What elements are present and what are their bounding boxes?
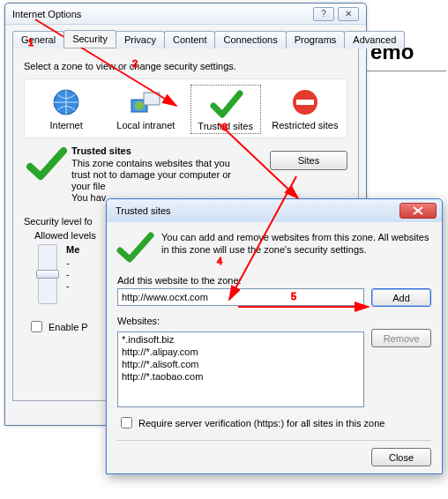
- require-https-checkbox[interactable]: [121, 417, 132, 428]
- trusted-check-icon: [117, 231, 153, 264]
- list-item[interactable]: http://*.taobao.com: [120, 370, 362, 383]
- trusted-desc: your file: [71, 181, 270, 192]
- trusted-sites-desc: You can add and remove websites from thi…: [161, 231, 431, 256]
- zone-label: Restricted sites: [270, 120, 340, 130]
- zone-label: Trusted sites: [191, 121, 260, 131]
- globe-icon: [49, 86, 84, 118]
- zone-intro-text: Select a zone to view or change security…: [24, 61, 347, 71]
- trusted-desc: This zone contains websites that you: [71, 158, 270, 169]
- internet-options-title: Internet Options: [12, 4, 81, 24]
- slider-thumb[interactable]: [36, 270, 59, 279]
- tab-general[interactable]: General: [12, 31, 64, 48]
- zone-local-intranet[interactable]: Local intranet: [110, 85, 181, 134]
- trusted-check-icon: [208, 87, 243, 119]
- add-button[interactable]: Add: [371, 288, 431, 307]
- svg-point-3: [135, 101, 144, 110]
- add-website-input[interactable]: [117, 288, 364, 306]
- security-slider[interactable]: [38, 244, 57, 304]
- tab-content[interactable]: Content: [164, 31, 216, 48]
- close-dialog-button[interactable]: Close: [371, 448, 431, 466]
- list-item[interactable]: http://*.alipay.com: [120, 346, 362, 358]
- websites-listbox[interactable]: *.indisoft.biz http://*.alipay.com http:…: [117, 331, 364, 407]
- level-bullet: -: [66, 257, 79, 269]
- websites-label: Websites:: [117, 316, 431, 326]
- add-website-label: Add this website to the zone:: [117, 275, 431, 286]
- trusted-desc: trust not to damage your computer or: [71, 169, 270, 181]
- enable-protected-checkbox[interactable]: [31, 321, 42, 332]
- tab-privacy[interactable]: Privacy: [116, 31, 165, 48]
- level-bullet: -: [66, 280, 79, 292]
- tab-security[interactable]: Security: [63, 30, 116, 48]
- svg-rect-5: [296, 100, 314, 105]
- tab-connections[interactable]: Connections: [214, 31, 286, 48]
- trusted-large-check-icon: [26, 145, 66, 181]
- close-button[interactable]: ✕: [338, 7, 359, 21]
- level-name: Me: [66, 244, 79, 256]
- zones-box: Internet Local intranet Trusted sites: [24, 78, 347, 138]
- remove-button[interactable]: Remove: [371, 329, 431, 347]
- tabs: General Security Privacy Content Connect…: [12, 30, 359, 48]
- tab-programs[interactable]: Programs: [286, 31, 346, 48]
- list-item[interactable]: http://*.alisoft.com: [120, 358, 362, 370]
- tab-advanced[interactable]: Advanced: [344, 31, 405, 48]
- enable-protected-label: Enable P: [49, 322, 88, 332]
- trusted-sites-titlebar: Trusted sites: [107, 199, 442, 222]
- list-item[interactable]: *.indisoft.biz: [120, 333, 362, 346]
- internet-options-titlebar: Internet Options ? ✕: [5, 4, 366, 25]
- zone-internet[interactable]: Internet: [31, 85, 101, 134]
- zone-restricted-sites[interactable]: Restricted sites: [270, 85, 340, 134]
- svg-rect-2: [144, 93, 160, 105]
- level-bullet: -: [66, 269, 79, 280]
- zone-trusted-sites[interactable]: Trusted sites: [190, 85, 261, 134]
- help-button[interactable]: ?: [313, 7, 334, 21]
- trusted-sites-dialog: Trusted sites You can add and remove web…: [106, 198, 443, 474]
- dialog-close-button[interactable]: [399, 203, 437, 219]
- trusted-sites-title: Trusted sites: [116, 205, 399, 216]
- sites-button[interactable]: Sites: [270, 151, 347, 170]
- restricted-icon: [287, 86, 323, 118]
- intranet-icon: [128, 86, 163, 118]
- zone-label: Local intranet: [110, 120, 181, 130]
- zone-label: Internet: [31, 120, 101, 130]
- require-https-label: Require server verification (https:) for…: [138, 418, 385, 428]
- background-divider: [367, 71, 446, 71]
- close-icon: [413, 206, 423, 215]
- trusted-heading: Trusted sites: [71, 145, 270, 156]
